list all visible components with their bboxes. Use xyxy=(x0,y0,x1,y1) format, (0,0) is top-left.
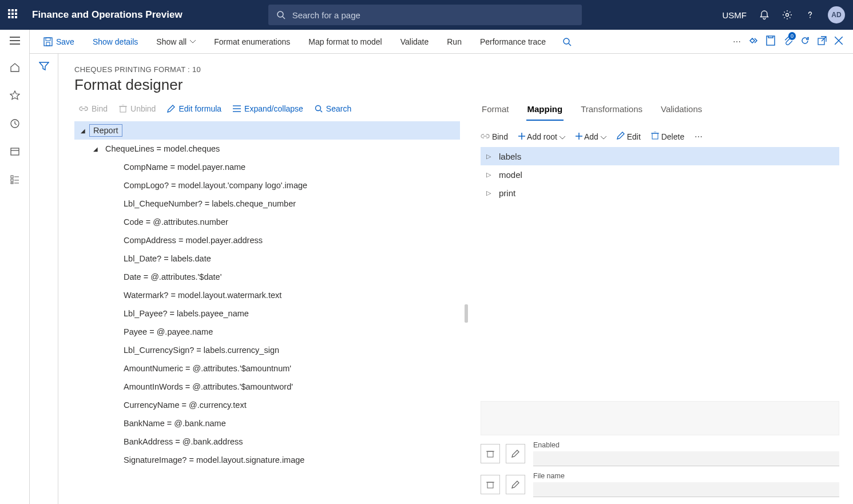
svg-line-20 xyxy=(569,43,571,46)
splitter-handle[interactable] xyxy=(465,304,468,323)
company-code[interactable]: USMF xyxy=(723,10,747,20)
tree-row[interactable]: ▶CompAddress = model.payer.address xyxy=(74,231,460,249)
tree-row[interactable]: ▶SignatureImage? = model.layout.signatur… xyxy=(74,451,460,469)
map-format-button[interactable]: Map format to model xyxy=(300,30,390,54)
svg-line-32 xyxy=(320,110,322,112)
delete-button[interactable]: Delete xyxy=(651,132,684,141)
tree-row[interactable]: ▶BankName = @.bank.name xyxy=(74,414,460,432)
modules-icon[interactable] xyxy=(10,174,20,186)
tree-row[interactable]: ▶Lbl_ChequeNumber? = labels.cheque_numbe… xyxy=(74,195,460,213)
validate-button[interactable]: Validate xyxy=(392,30,437,54)
enabled-edit-icon[interactable] xyxy=(506,444,525,463)
enabled-delete-icon[interactable] xyxy=(481,444,500,463)
tree-row[interactable]: ▶CompLogo? = model.layout.'company logo'… xyxy=(74,176,460,195)
tab-mapping[interactable]: Mapping xyxy=(526,104,564,121)
filter-pane-column xyxy=(30,54,58,504)
edit-formula-label: Edit formula xyxy=(178,104,221,113)
description-edit[interactable] xyxy=(481,401,839,435)
run-button[interactable]: Run xyxy=(439,30,470,54)
caret-icon[interactable]: ◢ xyxy=(77,128,89,134)
attach-icon[interactable]: 0 xyxy=(783,35,792,47)
recent-icon[interactable] xyxy=(10,118,20,130)
tree-node-label: Lbl_ChequeNumber? = labels.cheque_number xyxy=(120,198,299,209)
tree-node-label: CompName = model.payer.name xyxy=(120,161,249,173)
tree-row[interactable]: ◢ChequeLines = model.cheques xyxy=(74,140,460,158)
tree-row[interactable]: ▶Lbl_Payee? = labels.payee_name xyxy=(74,304,460,323)
search-input[interactable] xyxy=(292,10,574,20)
office-icon[interactable] xyxy=(766,35,775,47)
datasource-label: print xyxy=(499,188,515,198)
tree-row[interactable]: ▶Lbl_CurrencySign? = labels.currency_sig… xyxy=(74,341,460,359)
format-enumerations-button[interactable]: Format enumerations xyxy=(206,30,298,54)
close-icon[interactable] xyxy=(835,37,843,46)
filename-label: File name xyxy=(533,472,839,480)
tree-row[interactable]: ▶AmountNumeric = @.attributes.'$amountnu… xyxy=(74,359,460,378)
actionbar-search-icon[interactable] xyxy=(556,37,578,46)
mapping-more-icon[interactable]: ⋯ xyxy=(695,132,703,141)
caret-icon[interactable]: ◢ xyxy=(89,146,102,152)
notification-icon[interactable] xyxy=(759,10,769,20)
tree-row[interactable]: ◢Report xyxy=(74,121,460,140)
gear-icon[interactable] xyxy=(782,10,792,20)
add-button[interactable]: Add xyxy=(576,132,606,141)
help-icon[interactable] xyxy=(805,10,815,20)
mapping-bind-button: Bind xyxy=(481,132,508,141)
tree-row[interactable]: ▶BankAddress = @.bank.address xyxy=(74,432,460,451)
tree-node-label: Date = @.attributes.'$date' xyxy=(120,271,225,283)
svg-rect-10 xyxy=(11,176,13,178)
star-icon[interactable] xyxy=(10,90,20,102)
search-icon xyxy=(315,105,323,113)
show-all-dropdown[interactable]: Show all xyxy=(148,30,204,54)
tree-search-button[interactable]: Search xyxy=(315,104,351,113)
validate-label: Validate xyxy=(400,37,429,46)
expand-collapse-button[interactable]: Expand/collapse xyxy=(233,104,303,113)
filename-edit-icon[interactable] xyxy=(506,475,525,494)
popout-icon[interactable] xyxy=(818,36,827,47)
tree-row[interactable]: ▶Watermark? = model.layout.watermark.tex… xyxy=(74,286,460,304)
enabled-input[interactable] xyxy=(533,451,839,466)
tab-transformations[interactable]: Transformations xyxy=(580,104,644,121)
global-search[interactable] xyxy=(268,5,582,25)
performance-trace-button[interactable]: Performance trace xyxy=(472,30,554,54)
workspace-icon[interactable] xyxy=(10,146,20,158)
filter-icon[interactable] xyxy=(39,62,49,504)
tree-row[interactable]: ▶AmountInWords = @.attributes.'$amountwo… xyxy=(74,378,460,396)
show-details-button[interactable]: Show details xyxy=(85,30,146,54)
refresh-icon[interactable] xyxy=(800,36,810,47)
filename-input[interactable] xyxy=(533,482,839,497)
more-icon[interactable]: ⋯ xyxy=(733,37,741,46)
save-button[interactable]: Save xyxy=(35,30,82,54)
tree-node-label: BankName = @.bank.name xyxy=(120,418,229,429)
tree-row[interactable]: ▶Payee = @.payee.name xyxy=(74,323,460,341)
svg-rect-25 xyxy=(120,106,126,112)
link-icon xyxy=(79,105,88,112)
datasource-row[interactable]: ▷model xyxy=(481,165,839,184)
svg-rect-17 xyxy=(46,38,50,41)
format-tree[interactable]: ◢Report◢ChequeLines = model.cheques▶Comp… xyxy=(74,121,463,504)
hamburger-icon[interactable] xyxy=(10,37,20,46)
filename-delete-icon[interactable] xyxy=(481,475,500,494)
tree-row[interactable]: ▶CurrencyName = @.currency.text xyxy=(74,396,460,414)
edit-formula-button[interactable]: Edit formula xyxy=(167,104,221,113)
tab-validations[interactable]: Validations xyxy=(660,104,703,121)
tree-node-label: Code = @.attributes.number xyxy=(120,216,232,228)
tree-node-label: Lbl_Payee? = labels.payee_name xyxy=(120,308,252,319)
tab-format[interactable]: Format xyxy=(481,104,510,121)
caret-icon[interactable]: ▷ xyxy=(486,153,491,160)
caret-icon[interactable]: ▷ xyxy=(486,189,491,197)
trash-icon xyxy=(651,132,659,140)
datasource-row[interactable]: ▷print xyxy=(481,184,839,202)
caret-icon[interactable]: ▷ xyxy=(486,171,491,178)
extension-icon[interactable] xyxy=(749,36,758,47)
app-launcher-icon[interactable] xyxy=(8,9,19,21)
tree-row[interactable]: ▶Lbl_Date? = labels.date xyxy=(74,249,460,268)
datasource-row[interactable]: ▷labels xyxy=(481,147,839,165)
avatar[interactable]: AD xyxy=(828,6,845,23)
tree-row[interactable]: ▶Date = @.attributes.'$date' xyxy=(74,268,460,286)
home-icon[interactable] xyxy=(10,62,20,74)
tree-row[interactable]: ▶Code = @.attributes.number xyxy=(74,213,460,231)
add-root-label: Add root xyxy=(527,132,557,141)
edit-button[interactable]: Edit xyxy=(617,132,641,141)
add-root-button[interactable]: Add root xyxy=(518,132,565,141)
tree-row[interactable]: ▶CompName = model.payer.name xyxy=(74,158,460,176)
